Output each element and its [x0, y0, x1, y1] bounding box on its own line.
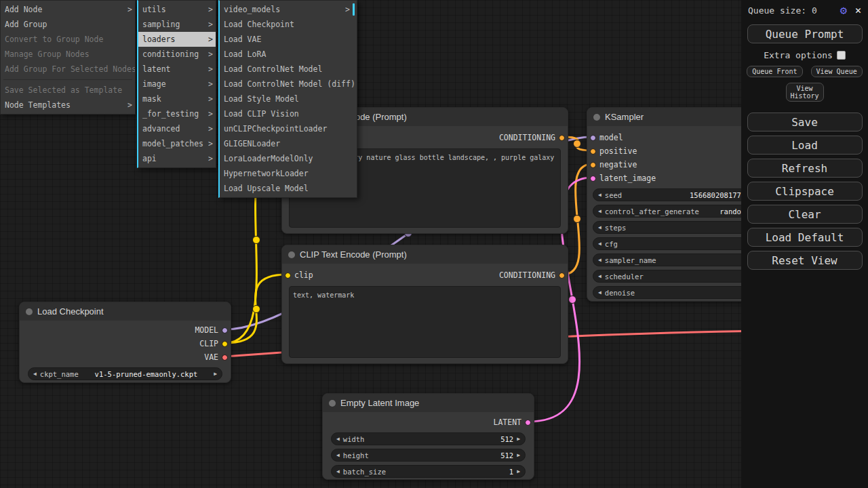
menu-item-sampling[interactable]: sampling > — [138, 17, 216, 32]
menu-item-mask[interactable]: mask > — [138, 92, 216, 106]
menu-item-load-vae[interactable]: Load VAE — [220, 32, 357, 47]
collapse-dot-icon[interactable] — [26, 308, 33, 315]
menu-item-image[interactable]: image > — [138, 77, 216, 92]
output-label: CONDITIONING — [499, 133, 555, 142]
link-midpoint-dot[interactable] — [574, 216, 581, 223]
refresh-button[interactable]: Refresh — [747, 159, 863, 178]
output-port-latent[interactable] — [525, 420, 531, 426]
submenu-arrow-icon: > — [208, 17, 213, 32]
collapse-dot-icon[interactable] — [329, 400, 336, 407]
view-queue-button[interactable]: View Queue — [811, 66, 863, 77]
load-button[interactable]: Load — [747, 136, 863, 155]
input-port-model[interactable] — [590, 135, 596, 141]
menu-item-api[interactable]: api > — [138, 151, 216, 166]
reset-view-button[interactable]: Reset View — [747, 251, 863, 270]
decrement-arrow-icon[interactable]: ◀ — [336, 452, 340, 458]
output-port-conditioning[interactable] — [559, 135, 565, 141]
save-button[interactable]: Save — [747, 113, 863, 131]
increment-arrow-icon[interactable]: ▶ — [517, 452, 520, 458]
settings-gear-icon[interactable]: ⚙ — [840, 5, 847, 16]
decrement-arrow-icon[interactable]: ◀ — [598, 241, 601, 247]
queue-front-button[interactable]: Queue Front — [747, 66, 802, 77]
widget-width[interactable]: ◀ width 512 ▶ — [331, 432, 526, 445]
menu-item-hypernetwork-loader[interactable]: HypernetworkLoader — [220, 166, 357, 181]
node-clip-text-encode-2[interactable]: CLIP Text Encode (Prompt) clip CONDITION… — [281, 245, 568, 364]
prompt-textarea[interactable]: text, watermark — [289, 286, 561, 358]
decrement-arrow-icon[interactable]: ◀ — [336, 468, 340, 474]
decrement-arrow-icon[interactable]: ◀ — [598, 192, 601, 198]
menu-item-add-group-for-selected-nodes[interactable]: Add Group For Selected Nodes — [1, 62, 135, 77]
menu-item-utils[interactable]: utils > — [138, 2, 216, 17]
submenu-arrow-icon: > — [208, 136, 213, 151]
menu-item-label: model_patches — [142, 139, 203, 148]
menu-item-unclip-checkpoint-loader[interactable]: unCLIPCheckpointLoader — [220, 121, 357, 136]
decrement-arrow-icon[interactable]: ◀ — [598, 208, 601, 214]
output-port-clip[interactable] — [222, 341, 228, 347]
collapse-dot-icon[interactable] — [593, 114, 600, 121]
view-history-button[interactable]: View History — [786, 83, 824, 102]
output-port-model[interactable] — [222, 327, 228, 333]
input-port-latent-image[interactable] — [590, 176, 596, 182]
menu-item-label: GLIGENLoader — [224, 139, 280, 148]
menu-item-convert-to-group-node[interactable]: Convert to Group Node — [1, 32, 135, 47]
menu-item-save-selected-as-template[interactable]: Save Selected as Template — [1, 83, 135, 98]
extra-options-checkbox[interactable] — [837, 51, 846, 60]
node-title-bar[interactable]: Load Checkpoint — [20, 302, 231, 321]
increment-arrow-icon[interactable]: ▶ — [517, 468, 520, 474]
decrement-arrow-icon[interactable]: ◀ — [598, 224, 601, 230]
link-midpoint-dot[interactable] — [253, 306, 260, 313]
node-title-bar[interactable]: Empty Latent Image — [323, 394, 534, 412]
menu-item-loaders[interactable]: loaders > — [138, 32, 216, 47]
menu-item-latent[interactable]: latent > — [138, 62, 216, 77]
menu-item-label: Load ControlNet Model (diff) — [224, 79, 355, 89]
menu-item-manage-group-nodes[interactable]: Manage Group Nodes — [1, 47, 135, 62]
widget-height[interactable]: ◀ height 512 ▶ — [331, 449, 526, 462]
menu-item-load-controlnet-model[interactable]: Load ControlNet Model — [220, 62, 357, 77]
menu-item-conditioning[interactable]: conditioning > — [138, 47, 216, 62]
menu-item-load-clip-vision[interactable]: Load CLIP Vision — [220, 106, 357, 121]
menu-item-node-templates[interactable]: Node Templates > — [1, 98, 135, 113]
widget-ckpt-name[interactable]: ◀ ckpt_name v1-5-pruned-emaonly.ckpt ▶ — [28, 367, 222, 380]
submenu-arrow-icon: > — [208, 32, 213, 47]
decrement-arrow-icon[interactable]: ◀ — [33, 371, 37, 377]
menu-item-add-node[interactable]: Add Node > — [1, 2, 135, 17]
close-panel-icon[interactable]: ✕ — [855, 5, 861, 16]
increment-arrow-icon[interactable]: ▶ — [214, 371, 217, 377]
menu-item-load-upscale-model[interactable]: Load Upscale Model — [220, 181, 357, 196]
link-midpoint-dot[interactable] — [574, 140, 581, 148]
queue-prompt-button[interactable]: Queue Prompt — [747, 24, 863, 43]
decrement-arrow-icon[interactable]: ◀ — [336, 436, 340, 442]
menu-item-advanced[interactable]: advanced > — [138, 121, 216, 136]
widget-batch-size[interactable]: ◀ batch_size 1 ▶ — [331, 465, 526, 478]
menu-item-load-checkpoint[interactable]: Load Checkpoint — [220, 17, 357, 32]
node-load-checkpoint[interactable]: Load Checkpoint MODEL CLIP VAE ◀ ckpt_na… — [19, 302, 231, 383]
decrement-arrow-icon[interactable]: ◀ — [598, 289, 601, 296]
menu-item-load-style-model[interactable]: Load Style Model — [220, 92, 357, 106]
output-port-vae[interactable] — [222, 354, 228, 361]
input-port-positive[interactable] — [590, 148, 596, 155]
link-midpoint-dot[interactable] — [569, 296, 576, 304]
input-port-negative[interactable] — [590, 162, 596, 168]
menu-item-add-group[interactable]: Add Group — [1, 17, 135, 32]
decrement-arrow-icon[interactable]: ◀ — [598, 257, 601, 263]
menu-item-lora-loader-model-only[interactable]: LoraLoaderModelOnly — [220, 151, 357, 166]
collapse-dot-icon[interactable] — [288, 251, 295, 258]
menu-item-load-controlnet-model-diff[interactable]: Load ControlNet Model (diff) — [220, 77, 357, 92]
widget-label: scheduler — [605, 272, 644, 281]
clear-button[interactable]: Clear — [747, 205, 863, 224]
increment-arrow-icon[interactable]: ▶ — [517, 436, 520, 442]
menu-item-video-models[interactable]: video_models > — [220, 2, 357, 17]
output-port-conditioning[interactable] — [559, 272, 565, 279]
node-empty-latent-image[interactable]: Empty Latent Image LATENT ◀ width 512 ▶ … — [322, 393, 534, 480]
menu-item-for-testing[interactable]: _for_testing > — [138, 106, 216, 121]
load-default-button[interactable]: Load Default — [747, 228, 863, 247]
queue-size-label: Queue size: 0 — [748, 5, 817, 16]
menu-item-load-lora[interactable]: Load LoRA — [220, 47, 357, 62]
input-port-clip[interactable] — [285, 272, 291, 279]
menu-item-gligen-loader[interactable]: GLIGENLoader — [220, 136, 357, 151]
node-title-bar[interactable]: CLIP Text Encode (Prompt) — [282, 245, 568, 264]
menu-item-model-patches[interactable]: model_patches > — [138, 136, 216, 151]
link-midpoint-dot[interactable] — [253, 237, 260, 244]
clipspace-button[interactable]: Clipspace — [747, 182, 863, 201]
decrement-arrow-icon[interactable]: ◀ — [598, 273, 601, 279]
